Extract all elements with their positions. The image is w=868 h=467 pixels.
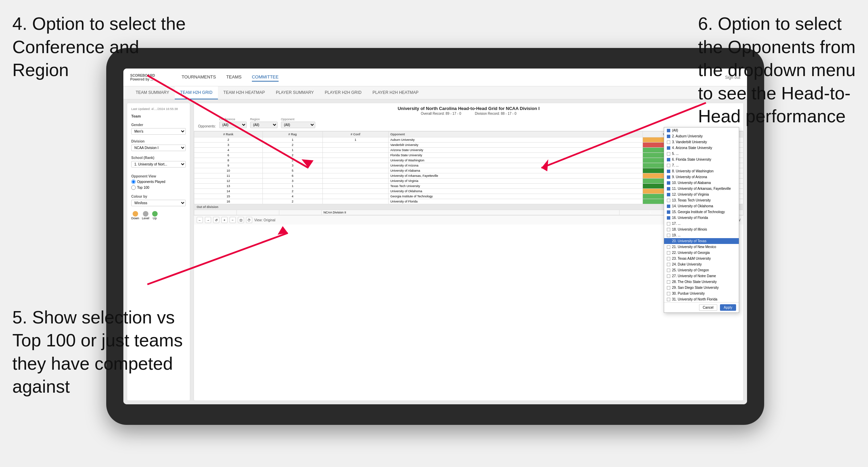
main-content: Last Updated: 4/..../2024 16:55:38 Team …: [123, 99, 747, 404]
dropdown-item[interactable]: 15. Georgia Institute of Technology: [664, 209, 739, 215]
dropdown-item[interactable]: 24. Duke University: [664, 261, 739, 267]
opponent-dropdown[interactable]: (All)2. Auburn University3. Vanderbilt U…: [664, 127, 739, 313]
dropdown-item[interactable]: 12. University of Virginia: [664, 192, 739, 197]
grid-records: Overall Record: 89 - 17 - 0 Division Rec…: [198, 112, 739, 115]
gender-select[interactable]: Men's: [131, 128, 186, 135]
subnav-h2h-grid[interactable]: TEAM H2H GRID: [175, 86, 218, 99]
dropdown-item[interactable]: 28. The Ohio State University: [664, 279, 739, 285]
nav-committee[interactable]: COMMITTEE: [252, 73, 279, 82]
view-label: View: Original: [254, 218, 276, 222]
cell-name: Arizona State University: [388, 148, 643, 153]
dropdown-checkbox: [667, 140, 670, 144]
dropdown-checkbox: [667, 158, 670, 161]
division-record: Division Record: 88 - 17 - 0: [475, 112, 516, 115]
dropdown-item[interactable]: 25. University of Oregon: [664, 267, 739, 273]
toolbar-zoom-in[interactable]: +: [221, 217, 228, 223]
toolbar-fit[interactable]: ⊡: [238, 217, 244, 223]
dropdown-label: 29. San Diego State University: [672, 286, 719, 290]
dropdown-label: 18. University of Illinois: [672, 228, 707, 231]
subnav-team-summary[interactable]: TEAM SUMMARY: [130, 86, 175, 99]
radio-opponents-played[interactable]: Opponents Played: [131, 180, 186, 184]
dropdown-label: 12. University of Virginia: [672, 193, 709, 196]
dropdown-item[interactable]: 10. University of Alabama: [664, 180, 739, 186]
cell-conf: [322, 173, 388, 179]
cell-rank: 13: [194, 184, 263, 189]
dropdown-item[interactable]: 19. ...: [664, 232, 739, 238]
table-row: 2 1 1 Auburn University 2 1: [194, 137, 743, 143]
dropdown-item[interactable]: 11. University of Arkansas, Fayetteville: [664, 186, 739, 192]
dropdown-item[interactable]: 21. University of New Mexico: [664, 244, 739, 250]
colour-by-label: Colour by: [131, 195, 186, 198]
dropdown-item[interactable]: (All): [664, 127, 739, 133]
opponent-select[interactable]: (All): [281, 122, 315, 128]
gender-label: Gender: [131, 123, 186, 127]
dropdown-checkbox: [667, 187, 670, 191]
subnav-player-h2h-heatmap[interactable]: PLAYER H2H HEATMAP: [367, 86, 424, 99]
division-select[interactable]: NCAA Division I: [131, 145, 186, 151]
school-select[interactable]: 1. University of Nort...: [131, 161, 186, 168]
dropdown-item[interactable]: 27. University of Notre Dame: [664, 273, 739, 279]
toolbar-forward[interactable]: →: [205, 217, 211, 223]
dropdown-item[interactable]: 30. Purdue University: [664, 291, 739, 296]
subnav-h2h-heatmap[interactable]: TEAM H2H HEATMAP: [218, 86, 270, 99]
dropdown-item[interactable]: 2. Auburn University: [664, 133, 739, 139]
region-label: Region: [250, 118, 278, 121]
dropdown-item[interactable]: 5. ...: [664, 151, 739, 157]
cell-rank: 16: [194, 199, 263, 204]
conference-select[interactable]: (All): [219, 122, 247, 128]
dropdown-checkbox: [667, 298, 670, 301]
dropdown-item[interactable]: 17. ...: [664, 221, 739, 226]
dropdown-item[interactable]: 18. University of Illinois: [664, 226, 739, 232]
dropdown-item[interactable]: 23. Texas A&M University: [664, 256, 739, 261]
cancel-button[interactable]: Cancel: [699, 304, 717, 311]
out-rag: [237, 210, 279, 215]
region-select[interactable]: (All): [250, 122, 278, 128]
dropdown-item[interactable]: 14. University of Oklahoma: [664, 203, 739, 209]
dropdown-checkbox: [667, 269, 670, 272]
opponent-view-label: Opponent View: [131, 174, 186, 178]
dropdown-item[interactable]: 3. Vanderbilt University: [664, 139, 739, 145]
dropdown-item[interactable]: 8. University of Washington: [664, 168, 739, 174]
cell-name: University of Florida: [388, 199, 643, 204]
dropdown-item[interactable]: 20. University of Texas: [664, 238, 739, 244]
dropdown-checkbox: [667, 181, 670, 185]
grid-header: University of North Carolina Head-to-Hea…: [194, 103, 743, 131]
apply-button[interactable]: Apply: [720, 304, 736, 311]
dropdown-checkbox: [667, 175, 670, 179]
cell-name: University of Washington: [388, 158, 643, 163]
dropdown-buttons: Cancel Apply: [664, 302, 739, 312]
dropdown-item[interactable]: 22. University of Georgia: [664, 250, 739, 256]
dropdown-item[interactable]: 4. Arizona State University: [664, 145, 739, 151]
cell-name: Vanderbilt University: [388, 143, 643, 148]
legend: Down Level Up: [131, 211, 186, 220]
dropdown-checkbox: [667, 222, 670, 225]
cell-rank: 3: [194, 143, 263, 148]
dropdown-item[interactable]: 9. University of Arizona: [664, 174, 739, 180]
cell-name: University of Oklahoma: [388, 189, 643, 194]
toolbar-refresh[interactable]: ↺: [213, 217, 219, 223]
cell-name: University of Arkansas, Fayetteville: [388, 173, 643, 179]
dropdown-checkbox: [667, 257, 670, 260]
dropdown-item[interactable]: 29. San Diego State University: [664, 285, 739, 291]
toolbar-back[interactable]: ←: [197, 217, 203, 223]
toolbar-clock[interactable]: ⏱: [246, 217, 252, 223]
cell-rank: 9: [194, 163, 263, 168]
cell-conf: [322, 148, 388, 153]
colour-by-select[interactable]: Win/loss: [131, 200, 186, 206]
dropdown-checkbox: [667, 239, 670, 243]
nav-teams[interactable]: TEAMS: [226, 73, 242, 82]
conf-label: Conference: [219, 118, 247, 121]
cell-rank: 8: [194, 158, 263, 163]
school-section: School (Rank) 1. University of Nort...: [131, 156, 186, 168]
dropdown-checkbox: [667, 152, 670, 156]
toolbar-zoom-out[interactable]: −: [230, 217, 236, 223]
radio-top100[interactable]: Top 100: [131, 185, 186, 190]
cell-name: Florida State University: [388, 153, 643, 158]
dropdown-item[interactable]: 6. Florida State University: [664, 157, 739, 162]
dropdown-item[interactable]: 13. Texas Tech University: [664, 197, 739, 203]
dropdown-item[interactable]: 7. ...: [664, 162, 739, 168]
dropdown-item[interactable]: 31. University of North Florida: [664, 296, 739, 302]
subnav-player-summary[interactable]: PLAYER SUMMARY: [270, 86, 319, 99]
dropdown-item[interactable]: 16. University of Florida: [664, 215, 739, 221]
subnav-player-h2h-grid[interactable]: PLAYER H2H GRID: [319, 86, 367, 99]
